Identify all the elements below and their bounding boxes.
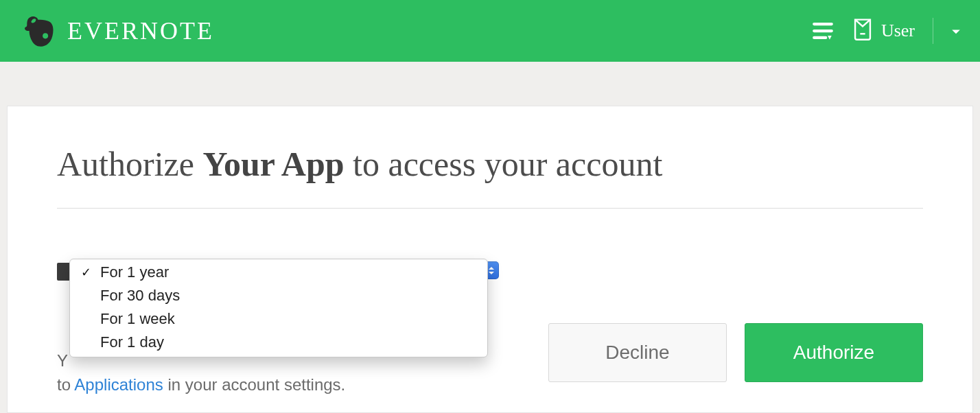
header-divider (933, 18, 933, 44)
title-app-name: Your App (202, 145, 344, 183)
dropdown-option-label: For 1 year (100, 263, 169, 281)
user-menu-caret[interactable] (951, 26, 961, 36)
title-suffix: to access your account (353, 145, 662, 183)
user-menu-button[interactable]: User (852, 17, 915, 45)
page-stage: Authorize Your App to access your accoun… (0, 62, 980, 413)
dropdown-option-label: For 30 days (100, 287, 180, 305)
elephant-logo-icon (22, 12, 58, 50)
revoke-line2-prefix: to (57, 375, 74, 394)
app-header: EVERNOTE User (0, 0, 980, 62)
authorize-button[interactable]: Authorize (745, 323, 923, 382)
header-right: User (811, 17, 961, 45)
decline-button[interactable]: Decline (548, 323, 727, 382)
dropdown-option[interactable]: ✓ For 1 year (70, 261, 487, 284)
brand[interactable]: EVERNOTE (22, 12, 214, 50)
user-label: User (881, 21, 915, 41)
dropdown-option[interactable]: For 1 day (70, 331, 487, 354)
auth-card: Authorize Your App to access your accoun… (7, 106, 973, 413)
title-prefix: Authorize (57, 145, 194, 183)
page-title: Authorize Your App to access your accoun… (57, 145, 923, 185)
dropdown-option-label: For 1 week (100, 310, 175, 328)
dropdown-option-label: For 1 day (100, 333, 164, 351)
dropdown-option[interactable]: For 1 week (70, 307, 487, 331)
title-rule (57, 208, 923, 209)
revoke-line1-fragment: Y (57, 351, 68, 370)
brand-wordmark: EVERNOTE (67, 16, 214, 45)
list-icon[interactable] (811, 19, 835, 43)
dropdown-option[interactable]: For 30 days (70, 284, 487, 307)
applications-link[interactable]: Applications (74, 375, 163, 394)
revoke-line2-suffix: in your account settings. (163, 375, 345, 394)
duration-dropdown: ✓ For 1 year For 30 days For 1 week For … (69, 259, 488, 357)
notebook-icon (852, 17, 873, 45)
action-buttons: Decline Authorize (548, 323, 923, 382)
check-icon: ✓ (80, 265, 92, 280)
